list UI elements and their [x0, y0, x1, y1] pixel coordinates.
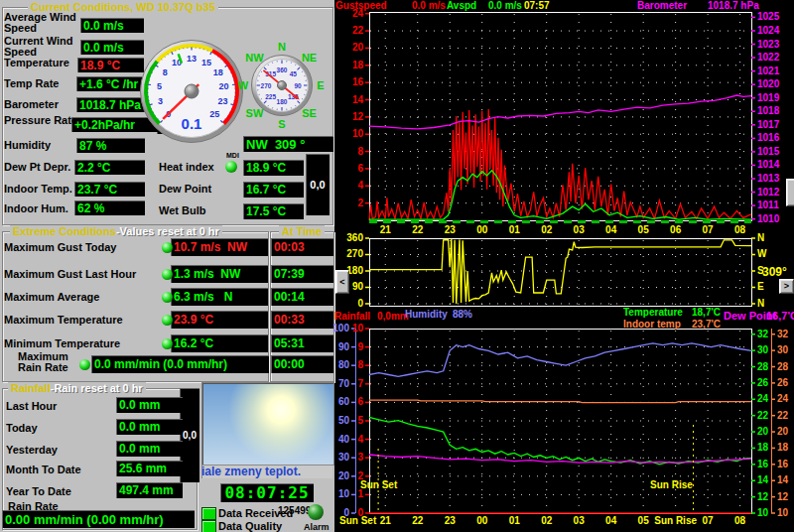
axis-tick-label: 8 — [332, 359, 363, 370]
cc-row-label: Indoor Temp. — [4, 184, 79, 195]
axis-tick-label: 4 — [332, 180, 363, 191]
svg-text:23: 23 — [217, 96, 227, 106]
extreme-row-label: Maximum Rain Rate — [18, 351, 87, 373]
extreme-row-label: Maximum Average — [4, 292, 161, 303]
data-quality-label: Data Quality — [218, 521, 282, 532]
svg-text:25: 25 — [209, 109, 219, 119]
cc-right-row-label: Dew Point — [159, 184, 224, 195]
svg-text:360: 360 — [277, 66, 288, 73]
rain-row-value: 0.0 mm — [116, 397, 183, 413]
axis-tick-label: 16 — [332, 76, 363, 87]
axis-tick-label: 7 — [332, 378, 363, 389]
aux-value-box: 0,0 — [306, 154, 330, 215]
extreme-row-value: 16.2 °C — [171, 334, 268, 352]
axis-tick-label: 1013 — [757, 173, 785, 184]
svg-text:13: 13 — [187, 54, 197, 64]
extreme-row-time: 00:03 — [271, 238, 333, 256]
legend-temp-label: Temperature — [623, 307, 683, 318]
axis-tick-label: 16 — [777, 459, 794, 469]
direction-scroll-left-button[interactable]: < — [335, 270, 349, 294]
cc-right-row-value: 17.5 °C — [243, 203, 304, 219]
axis-tick-label: 12 — [332, 111, 363, 122]
cc-row-label: Dew Pt Depr. — [4, 162, 79, 173]
axis-tick-label: 1025 — [757, 11, 785, 22]
legend-temp-value: 18,7'C — [692, 307, 721, 318]
axis-tick-label: 1023 — [757, 39, 785, 50]
axis-tick-label: 1018 — [757, 105, 785, 116]
cc-row-label: Temp Rate — [4, 78, 79, 89]
rain-row-label: Yesterday — [6, 445, 110, 456]
axis-tick-label: 10 — [332, 323, 363, 333]
svg-text:SE: SE — [302, 107, 317, 119]
svg-text:E: E — [317, 79, 324, 91]
rain-aux-value-box: 0,0 — [180, 388, 199, 482]
data-received-led — [201, 507, 216, 520]
cc-row-label: Temperature — [4, 58, 79, 68]
rainfall-subtitle-text: -Rain reset at 0 hr — [51, 382, 143, 394]
legend-humidity-value: 88% — [453, 309, 472, 320]
at-time-title: At Time — [279, 225, 325, 237]
axis-tick-label: S — [757, 265, 785, 276]
axis-tick-label: 14 — [777, 474, 794, 485]
extreme-row-label: Maximum Gust Today — [4, 242, 161, 253]
avspd-value: 0.0 m/s — [488, 0, 522, 11]
cc-row-label: Current Wind Speed — [4, 36, 79, 58]
extreme-row-time: 07:39 — [271, 265, 333, 283]
cc-row-label: Humidity — [4, 140, 79, 151]
rain-row-label: Today — [6, 423, 110, 434]
axis-tick-label: 20 — [777, 426, 794, 437]
cc-row-value: 0.0 m/s — [80, 18, 144, 33]
axis-tick-label: 10 — [777, 507, 794, 518]
svg-text:N: N — [278, 41, 286, 53]
axis-tick-label: 360 — [332, 232, 363, 243]
cc-row-value: 62 % — [74, 200, 145, 215]
compass-hub — [278, 81, 287, 90]
scrollbar-thumb[interactable] — [786, 179, 794, 206]
wind-direction-compass: 3604590135180225270315 NNEESESSWWNW — [237, 41, 332, 132]
header-time: 07:57 — [524, 0, 550, 11]
axis-tick-label: 4 — [332, 434, 363, 445]
axis-tick-label: 18 — [777, 442, 794, 453]
wind-speed-gauge: 035810131518202325 0.1 — [140, 40, 243, 143]
heat-index-led — [225, 161, 237, 173]
cc-right-row-value: 18.9 °C — [243, 160, 304, 176]
svg-text:225: 225 — [265, 93, 276, 100]
rain-row-value: 0.0 mm — [116, 419, 183, 435]
axis-tick-label: 22 — [777, 410, 794, 421]
gauge-hub — [185, 84, 198, 98]
axis-tick-label: 1017 — [757, 119, 785, 130]
cc-row-value: 23.7 °C — [74, 182, 145, 197]
axis-tick-label: 8 — [332, 146, 363, 157]
cc-row-label: Indoor Hum. — [4, 203, 79, 214]
cc-row-value: 87 % — [76, 138, 145, 153]
barometer-value: 1018.7 hPa — [708, 0, 759, 11]
rain-rate-label: Rain Rate — [8, 501, 59, 512]
direction-scroll-right-button[interactable]: > — [779, 279, 794, 294]
svg-text:3: 3 — [158, 96, 163, 106]
axis-tick-label: 1 — [332, 488, 363, 499]
extreme-row-led — [162, 242, 173, 253]
svg-text:20: 20 — [219, 81, 229, 91]
gauge-value-readout: 0.1 — [182, 115, 202, 132]
sun-forecast-image — [201, 382, 334, 466]
axis-tick-label: W — [757, 248, 785, 259]
axis-tick-label: 24 — [332, 8, 363, 19]
cc-row-label: Pressure Rate — [4, 115, 79, 126]
current-conditions-title: Current Conditions, WD 10.37Q b35 — [28, 1, 218, 13]
extreme-row-led — [79, 359, 90, 370]
sun-marker-label: Sun Set — [360, 479, 397, 490]
legend-rainfall-value: 0,0mm — [377, 311, 409, 322]
axis-tick-label: 10 — [332, 128, 363, 139]
axis-tick-label: 270 — [332, 248, 363, 259]
extreme-row-led — [162, 292, 173, 303]
axis-tick-label: 2 — [332, 198, 363, 208]
rain-row-value: 25.6 mm — [116, 461, 183, 476]
svg-text:45: 45 — [290, 70, 298, 77]
axis-tick-label: 28 — [777, 361, 794, 372]
weather-display-window: Current Conditions, WD 10.37Q b35 Extrem… — [0, 0, 794, 532]
alarm-label: Alarm — [304, 522, 330, 532]
axis-tick-label: 24 — [777, 393, 794, 404]
svg-text:8: 8 — [163, 67, 168, 77]
axis-tick-label: 6 — [332, 163, 363, 174]
axis-tick-label: 18 — [332, 60, 363, 70]
